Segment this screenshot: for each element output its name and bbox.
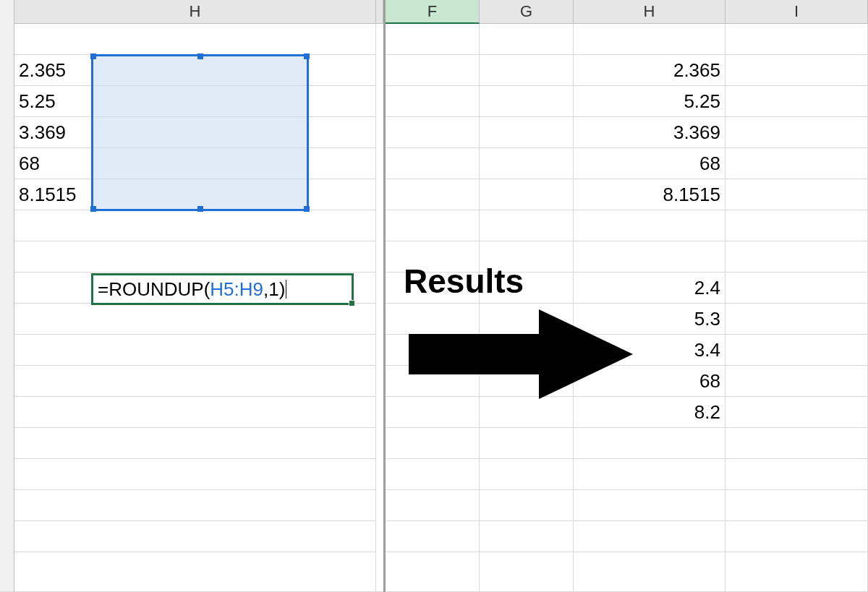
cell-G-r7[interactable] — [480, 210, 574, 241]
cell-I-r15[interactable] — [726, 459, 868, 490]
cell-left-r3[interactable]: 5.25 — [14, 86, 376, 117]
cell-value: 68 — [19, 154, 40, 173]
cell-value: 8.2 — [694, 403, 720, 421]
cell-G-r15[interactable] — [480, 459, 574, 490]
cell-I-r12[interactable] — [726, 366, 868, 397]
formula-comma: , — [263, 278, 268, 301]
cell-I-r1[interactable] — [726, 24, 868, 55]
cell-G-r14[interactable] — [480, 428, 574, 459]
spreadsheet-grid[interactable]: H 2.365 5.25 3.369 68 8.1515 =ROUNDUP(H5… — [0, 0, 868, 592]
cell-value: 3.369 — [19, 123, 66, 142]
cell-left-r6[interactable]: 8.1515 — [14, 179, 376, 210]
cell-F-r7[interactable] — [386, 210, 480, 241]
formula-open: ( — [204, 278, 210, 301]
cell-I-r16[interactable] — [726, 490, 868, 521]
cell-G-r6[interactable] — [480, 179, 574, 210]
cell-Hr-r16[interactable] — [574, 490, 726, 521]
cell-left-r15[interactable] — [14, 459, 376, 490]
cell-G-r5[interactable] — [480, 148, 574, 179]
text-caret — [286, 280, 286, 299]
cell-I-r17[interactable] — [726, 521, 868, 552]
cell-I-r18[interactable] — [726, 552, 868, 592]
cell-left-r16[interactable] — [14, 490, 376, 521]
cell-left-r4[interactable]: 3.369 — [14, 117, 376, 148]
cell-I-r8[interactable] — [726, 241, 868, 273]
cell-value: 3.369 — [673, 123, 720, 142]
fill-handle[interactable] — [349, 300, 355, 306]
column-header-H-left[interactable]: H — [14, 0, 376, 24]
cell-left-r1[interactable] — [14, 24, 376, 55]
cell-I-r11[interactable] — [726, 335, 868, 366]
cell-Hr-r6[interactable]: 8.1515 — [574, 179, 726, 210]
formula-edit-cell[interactable]: =ROUNDUP(H5:H9, 1) — [91, 273, 354, 305]
cell-Hr-r2[interactable]: 2.365 — [574, 55, 726, 86]
cell-Hr-r7[interactable] — [574, 210, 726, 241]
cell-G-r16[interactable] — [480, 490, 574, 521]
cell-Hr-r15[interactable] — [574, 459, 726, 490]
cell-Hr-r9[interactable]: 2.4 — [574, 273, 726, 304]
cell-I-r6[interactable] — [726, 179, 868, 210]
cell-G-r4[interactable] — [480, 117, 574, 148]
cell-left-r14[interactable] — [14, 428, 376, 459]
cell-left-r18[interactable] — [14, 552, 376, 592]
row-headers-strip — [0, 0, 14, 592]
cell-F-r16[interactable] — [386, 490, 480, 521]
cell-F-r2[interactable] — [386, 55, 480, 86]
cell-I-r13[interactable] — [726, 397, 868, 428]
cell-left-r11[interactable] — [14, 335, 376, 366]
cell-G-r2[interactable] — [480, 55, 574, 86]
cell-G-r3[interactable] — [480, 86, 574, 117]
cell-I-r7[interactable] — [726, 210, 868, 241]
cell-G-r18[interactable] — [480, 552, 574, 592]
cell-Hr-r14[interactable] — [574, 428, 726, 459]
cell-Hr-r1[interactable] — [574, 24, 726, 55]
cell-F-r15[interactable] — [386, 459, 480, 490]
cell-F-r3[interactable] — [386, 86, 480, 117]
cell-I-r2[interactable] — [726, 55, 868, 86]
column-header-G[interactable]: G — [480, 0, 574, 24]
cell-left-r5[interactable]: 68 — [14, 148, 376, 179]
cell-F-r1[interactable] — [386, 24, 480, 55]
cell-Hr-r8[interactable] — [574, 241, 726, 273]
column-header-F[interactable]: F — [386, 0, 480, 24]
column-header-H-right[interactable]: H — [574, 0, 726, 24]
cell-I-r3[interactable] — [726, 86, 868, 117]
formula-arg2: 1 — [268, 278, 278, 301]
cell-F-r18[interactable] — [386, 552, 480, 592]
cell-left-r13[interactable] — [14, 397, 376, 428]
cell-value: 5.25 — [19, 92, 56, 111]
cell-G-r17[interactable] — [480, 521, 574, 552]
cell-left-r8[interactable] — [14, 241, 376, 273]
cell-left-r10[interactable] — [14, 304, 376, 335]
cell-F-r17[interactable] — [386, 521, 480, 552]
cell-I-r14[interactable] — [726, 428, 868, 459]
cell-F-r4[interactable] — [386, 117, 480, 148]
cell-Hr-r18[interactable] — [574, 552, 726, 592]
cell-Hr-r17[interactable] — [574, 521, 726, 552]
cell-left-r2[interactable]: 2.365 — [14, 55, 376, 86]
cell-value: 68 — [699, 154, 720, 173]
cell-F-r14[interactable] — [386, 428, 480, 459]
cell-value: 5.25 — [684, 92, 720, 111]
cell-I-r5[interactable] — [726, 148, 868, 179]
cell-G-r1[interactable] — [480, 24, 574, 55]
cell-F-r6[interactable] — [386, 179, 480, 210]
cell-I-r9[interactable] — [726, 273, 868, 304]
formula-fn: ROUNDUP — [109, 278, 203, 301]
cell-value: 2.365 — [673, 61, 720, 80]
cell-value: 3.4 — [694, 340, 720, 359]
cell-Hr-r4[interactable]: 3.369 — [574, 117, 726, 148]
column-header-left-next[interactable] — [376, 0, 383, 24]
cell-Hr-r5[interactable]: 68 — [574, 148, 726, 179]
cell-left-r12[interactable] — [14, 366, 376, 397]
cell-left-r17[interactable] — [14, 521, 376, 552]
svg-marker-0 — [409, 309, 633, 399]
cell-value: 5.3 — [694, 309, 720, 328]
cell-Hr-r3[interactable]: 5.25 — [574, 86, 726, 117]
column-header-I[interactable]: I — [726, 0, 868, 24]
cell-F-r5[interactable] — [386, 148, 480, 179]
cell-I-r10[interactable] — [726, 304, 868, 335]
cell-left-r7[interactable] — [14, 210, 376, 241]
formula-equals: = — [98, 278, 109, 301]
cell-I-r4[interactable] — [726, 117, 868, 148]
